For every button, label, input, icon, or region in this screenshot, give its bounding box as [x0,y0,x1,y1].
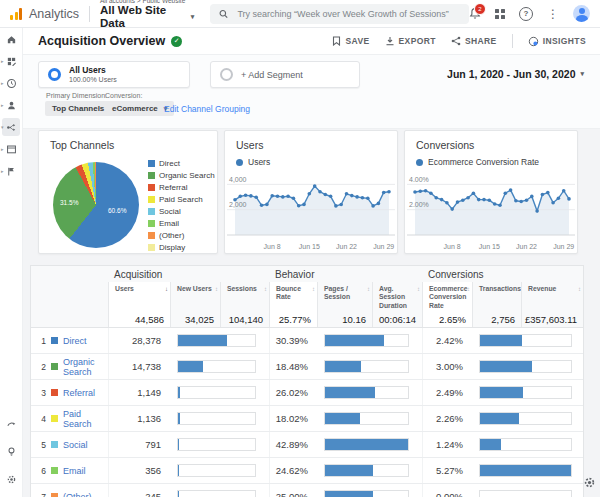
legend-label: Referral [159,183,187,192]
bar-cell [170,360,269,373]
search-input[interactable] [235,8,460,20]
group-behavior: Behavior [269,269,422,280]
sort-icon: ↕ [312,286,315,294]
channel-link[interactable]: Social [63,440,88,450]
channel-link[interactable]: Referral [63,388,95,398]
edit-channel-grouping-link[interactable]: Edit Channel Grouping [164,104,250,114]
bar-cell [317,334,422,347]
bar-track [177,438,256,451]
legend-item[interactable]: Referral [148,183,215,192]
channel-link[interactable]: Paid Search [63,409,108,429]
chart-legend: Ecommerce Conversion Rate [416,157,539,167]
bar-track [177,334,256,347]
expand-icon: ▸ [1,146,4,152]
legend-item[interactable]: Social [148,207,215,216]
summary-transactions: 2,756 [472,312,521,327]
property-name[interactable]: All Web Site Data ▾ [100,4,194,30]
summary-sessions: 104,140 [220,312,269,327]
table-header: Acquisition Behavior Conversions Users↓ … [30,265,584,328]
sidebar-item-acquisition[interactable]: ▾ [0,116,22,138]
channel-link[interactable]: Email [63,466,86,476]
channel-link[interactable]: Organic Search [63,357,108,377]
export-button[interactable]: EXPORT [385,36,436,46]
bar-fill [480,439,501,450]
discover-lightbulb-icon[interactable] [6,443,17,461]
bar-fill [325,491,373,497]
search-bar[interactable] [210,4,469,24]
channel-link[interactable]: Direct [63,336,87,346]
summary-users: 44,586 [108,312,170,327]
bar-fill [325,387,375,398]
date-range-label: Jun 1, 2020 - Jun 30, 2020 [447,68,575,80]
bar-track [177,412,256,425]
column-header-new-users[interactable]: New Users↕ [170,282,220,312]
divider [89,6,90,22]
users-value: 28,378 [108,328,170,353]
insights-label: INSIGHTS [543,36,586,46]
date-range-picker[interactable]: Jun 1, 2020 - Jun 30, 2020 ▾ [447,68,584,80]
admin-gear-icon[interactable] [6,471,17,489]
account-switcher[interactable]: All accounts > Public Website All Web Si… [100,0,194,30]
sidebar-item-realtime[interactable]: ▸ [0,72,22,94]
share-button[interactable]: SHARE [451,36,497,46]
apps-grid-icon[interactable] [495,9,505,19]
channels-pie[interactable]: 60.6% 31.5% [53,162,139,248]
add-segment-button[interactable]: + Add Segment [210,61,360,88]
segment-all-users[interactable]: All Users 100.00% Users [38,61,190,88]
channel-cell: 7(Other) [31,492,108,497]
page-header: Acquisition Overview ✓ SAVE EXPORT [23,28,600,55]
legend-item[interactable]: Email [148,219,215,228]
save-button[interactable]: SAVE [332,36,369,46]
row-rank: 3 [38,388,46,398]
column-header-ecommerce-conversion-rate[interactable]: Ecommerce Conversion Rate↕ [422,282,472,312]
legend-item[interactable]: (Other) [148,231,215,240]
conversions-chart[interactable]: 4.00%2.00%Jun 8Jun 15Jun 22Jun 29 [407,169,575,253]
sidebar-item-customization[interactable]: ▸ [0,50,22,72]
bar-fill [325,413,360,424]
column-header-avg-session-duration[interactable]: Avg. Session Duration↕ [372,282,422,312]
insights-button[interactable]: INSIGHTS [528,36,586,47]
sort-icon: ↕ [417,286,420,294]
column-header-sessions[interactable]: Sessions↕ [220,282,269,312]
conversion-label: Conversion: [105,92,142,99]
column-header-bounce-rate[interactable]: Bounce Rate↕ [269,282,317,312]
more-menu-icon[interactable]: ⋮ [547,8,559,20]
legend-swatch-icon [148,172,155,179]
sidebar-item-conversions[interactable]: ▸ [0,160,22,182]
bar-track [479,464,572,477]
sidebar-item-behavior[interactable]: ▸ [0,138,22,160]
channel-cell: 5Social [31,440,108,450]
legend-item[interactable]: Direct [148,159,215,168]
bounce-rate-value: 18.48% [269,354,317,379]
column-header-transactions[interactable]: Transactions↕ [472,282,521,312]
channel-swatch-icon [51,389,58,396]
legend-item[interactable]: Organic Search [148,171,215,180]
svg-text:Jun 29: Jun 29 [553,243,574,250]
bar-fill [178,413,180,424]
column-header-revenue[interactable]: Revenue↕ [521,282,583,312]
notifications-button[interactable]: 2 [469,7,481,20]
legend-item[interactable]: Paid Search [148,195,215,204]
legend-item[interactable]: Display [148,243,215,252]
export-label: EXPORT [399,36,436,46]
table-row: 4Paid Search1,13618.02%2.26% [31,406,583,432]
help-icon[interactable]: ? [519,7,533,21]
legend-label: (Other) [159,231,184,240]
legend-label: Email [159,219,179,228]
sidebar-item-home[interactable] [0,28,22,50]
channel-link[interactable]: (Other) [63,492,92,497]
row-rank: 7 [38,492,46,497]
share-label: SHARE [465,36,497,46]
column-header-users[interactable]: Users↓ [108,282,170,312]
conversion-rate-value: 2.42% [422,328,472,353]
avatar[interactable] [573,5,590,22]
attribution-icon[interactable] [6,415,17,433]
analytics-logo-icon[interactable] [10,8,22,20]
header-actions: SAVE EXPORT SHARE [332,34,586,48]
users-chart[interactable]: 4,0002,000Jun 8Jun 15Jun 22Jun 29 [227,169,395,253]
sidebar-item-audience[interactable]: ▸ [0,94,22,116]
settings-gear-icon[interactable] [583,475,596,493]
conversion-rate-value: 2.49% [422,380,472,405]
column-header-pages-session[interactable]: Pages / Session↕ [317,282,372,312]
channel-cell: 3Referral [31,388,108,398]
